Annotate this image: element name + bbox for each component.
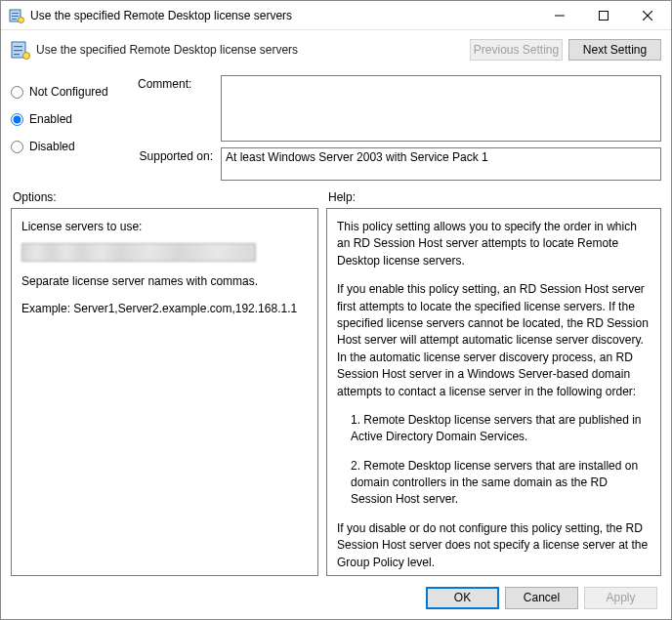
radio-enabled-label: Enabled [29,112,72,126]
radio-not-configured[interactable] [11,86,23,99]
svg-rect-2 [12,16,19,17]
svg-rect-3 [12,19,17,20]
svg-rect-10 [14,54,20,55]
dialog-button-bar: OK Cancel Apply [1,576,671,619]
radio-enabled[interactable] [11,113,23,126]
subheader: Use the specified Remote Desktop license… [1,30,671,69]
next-setting-button[interactable]: Next Setting [568,39,661,61]
svg-point-11 [23,53,30,60]
comment-label: Comment: [138,75,221,91]
policy-icon [9,8,24,23]
previous-setting-button[interactable]: Previous Setting [470,39,563,61]
help-paragraph: If you disable or do not configure this … [337,520,651,571]
svg-rect-8 [14,46,22,47]
options-example: Example: Server1,Server2.example.com,192… [21,301,308,317]
cancel-button[interactable]: Cancel [505,587,578,609]
options-heading: Options: [11,185,318,208]
comment-textarea[interactable] [221,75,661,142]
titlebar: Use the specified Remote Desktop license… [1,1,671,30]
policy-editor-window: Use the specified Remote Desktop license… [0,0,672,620]
svg-rect-6 [599,11,608,20]
body: Options: License servers to use: Separat… [1,185,671,576]
help-list-item: 2. Remote Desktop license servers that a… [337,458,651,509]
help-panel[interactable]: This policy setting allows you to specif… [326,208,661,576]
state-comment-block: Not Configured Enabled Disabled Comment:… [1,69,671,185]
svg-point-4 [19,17,24,22]
window-title: Use the specified Remote Desktop license… [30,9,537,22]
options-hint: Separate license server names with comma… [21,273,308,290]
help-heading: Help: [326,185,661,208]
supported-on-value: At least Windows Server 2003 with Servic… [221,147,661,181]
options-panel: License servers to use: Separate license… [11,208,318,576]
maximize-button[interactable] [581,1,625,29]
minimize-button[interactable] [537,1,581,29]
help-paragraph: If you enable this policy setting, an RD… [337,281,651,400]
svg-rect-1 [12,13,19,14]
help-list-item: 1. Remote Desktop license servers that a… [337,412,651,446]
svg-rect-9 [14,50,22,51]
license-servers-label: License servers to use: [21,219,308,235]
radio-disabled-label: Disabled [29,140,75,153]
license-servers-input[interactable] [21,243,256,262]
radio-not-configured-label: Not Configured [29,85,108,99]
apply-button[interactable]: Apply [584,587,657,609]
ok-button[interactable]: OK [426,587,499,609]
radio-disabled[interactable] [11,141,23,153]
subheader-title: Use the specified Remote Desktop license… [36,43,464,57]
supported-on-label: Supported on: [138,147,221,163]
svg-rect-5 [555,15,565,16]
state-radio-group: Not Configured Enabled Disabled [11,75,138,181]
close-button[interactable] [625,1,669,29]
policy-icon [11,40,30,60]
help-paragraph: This policy setting allows you to specif… [337,219,651,269]
